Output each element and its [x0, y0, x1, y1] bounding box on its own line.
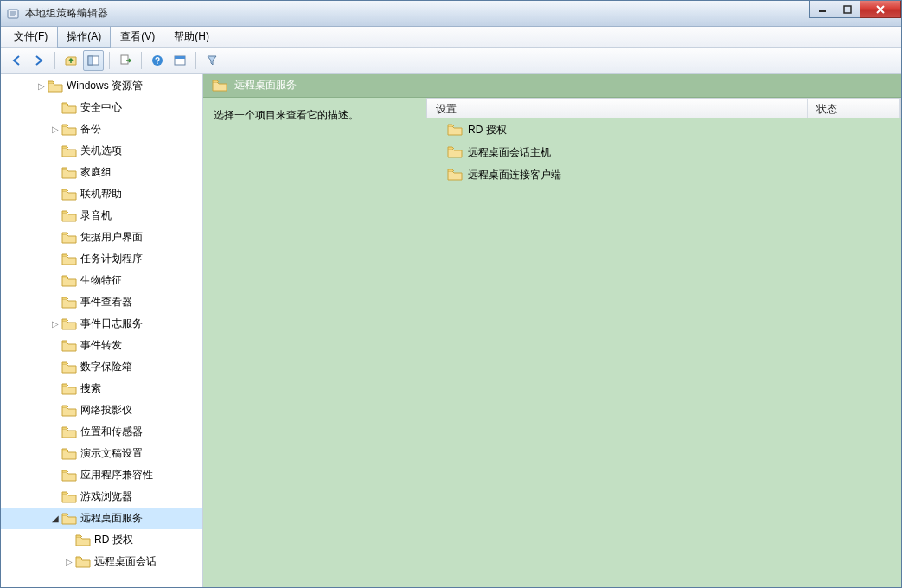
- tree-item[interactable]: 搜索: [1, 378, 202, 399]
- list-header: 设置 状态: [426, 98, 901, 118]
- folder-icon: [61, 317, 77, 331]
- menu-action[interactable]: 操作(A): [57, 26, 111, 48]
- tree-item[interactable]: 事件转发: [1, 335, 202, 356]
- folder-icon: [61, 339, 77, 353]
- close-button[interactable]: [860, 1, 901, 18]
- tree-item-label: RD 授权: [94, 533, 133, 547]
- content-header: 远程桌面服务: [203, 74, 901, 98]
- tree-item[interactable]: 关机选项: [1, 140, 202, 162]
- tree-item-label: 录音机: [80, 208, 112, 223]
- menu-view[interactable]: 查看(V): [111, 26, 164, 48]
- folder-icon: [61, 231, 77, 245]
- content-pane: 远程桌面服务 选择一个项目来查看它的描述。 设置 状态 RD 授权远程桌面会话主…: [203, 74, 901, 587]
- folder-icon: [447, 123, 463, 137]
- folder-icon: [61, 447, 77, 461]
- expander-icon[interactable]: ▷: [35, 81, 48, 91]
- tree-scroll[interactable]: ▷Windows 资源管安全中心▷备份关机选项家庭组联机帮助录音机凭据用户界面任…: [1, 74, 202, 587]
- tree-item-label: 游戏浏览器: [80, 489, 132, 504]
- folder-icon: [61, 512, 77, 526]
- tree-item-label: 安全中心: [80, 100, 122, 115]
- folder-icon: [61, 188, 77, 201]
- column-header-status[interactable]: 状态: [808, 99, 900, 118]
- column-header-settings[interactable]: 设置: [427, 99, 808, 118]
- filter-button[interactable]: [202, 50, 222, 71]
- folder-icon: [61, 404, 77, 418]
- tree-item[interactable]: ◢远程桌面服务: [1, 508, 202, 529]
- tree-item-label: 任务计划程序: [80, 252, 143, 266]
- expander-icon[interactable]: ◢: [49, 514, 61, 523]
- menu-help[interactable]: 帮助(H): [164, 26, 219, 48]
- up-folder-button[interactable]: [61, 50, 81, 71]
- forward-button[interactable]: [29, 50, 49, 71]
- tree-item[interactable]: RD 授权: [1, 529, 202, 551]
- tree-item[interactable]: 事件查看器: [1, 291, 202, 313]
- folder-icon: [61, 382, 77, 396]
- svg-rect-8: [121, 55, 128, 64]
- export-list-button[interactable]: [115, 50, 136, 71]
- folder-icon: [61, 274, 77, 288]
- minimize-button[interactable]: [809, 1, 835, 18]
- expander-icon[interactable]: ▷: [49, 319, 61, 329]
- tree-item-label: 搜索: [80, 381, 101, 396]
- tree-item[interactable]: ▷Windows 资源管: [1, 75, 202, 97]
- tree-item-label: 凭据用户界面: [80, 230, 143, 245]
- tree-item[interactable]: 任务计划程序: [1, 248, 202, 270]
- description-text: 选择一个项目来查看它的描述。: [214, 109, 359, 121]
- expander-icon[interactable]: ▷: [49, 125, 61, 134]
- folder-icon: [61, 469, 77, 483]
- tree-item[interactable]: 联机帮助: [1, 183, 202, 205]
- tree-item[interactable]: 生物特征: [1, 270, 202, 291]
- tree-item[interactable]: 演示文稿设置: [1, 443, 202, 464]
- tree-item-label: 联机帮助: [80, 187, 122, 201]
- tree-item[interactable]: ▷事件日志服务: [1, 313, 202, 335]
- list-item[interactable]: RD 授权: [426, 118, 901, 141]
- tree-item[interactable]: 应用程序兼容性: [1, 464, 202, 486]
- list-item[interactable]: 远程桌面会话主机: [426, 141, 901, 163]
- toolbar-separator: [54, 52, 55, 69]
- tree-item[interactable]: 凭据用户界面: [1, 227, 202, 248]
- titlebar: 本地组策略编辑器: [1, 1, 901, 27]
- tree-item[interactable]: 数字保险箱: [1, 356, 202, 378]
- tree-item[interactable]: ▷远程桌面会话: [1, 551, 202, 572]
- list-rows: RD 授权远程桌面会话主机远程桌面连接客户端: [426, 118, 901, 186]
- expander-icon[interactable]: ▷: [63, 557, 75, 566]
- menu-file[interactable]: 文件(F): [4, 26, 57, 48]
- properties-button[interactable]: [170, 50, 190, 71]
- folder-icon: [61, 296, 77, 310]
- tree-item[interactable]: 家庭组: [1, 162, 202, 183]
- menubar: 文件(F) 操作(A) 查看(V) 帮助(H): [1, 27, 901, 48]
- folder-icon: [61, 123, 77, 137]
- tree-item[interactable]: 游戏浏览器: [1, 486, 202, 508]
- svg-text:?: ?: [155, 56, 160, 66]
- tree-item[interactable]: 安全中心: [1, 97, 202, 118]
- back-button[interactable]: [6, 50, 27, 71]
- tree-item[interactable]: 录音机: [1, 205, 202, 227]
- tree-item-label: 远程桌面服务: [80, 511, 143, 526]
- folder-icon: [61, 425, 77, 439]
- tree-item-label: 数字保险箱: [80, 360, 132, 374]
- folder-icon: [61, 361, 77, 374]
- toolbar-separator: [141, 52, 142, 69]
- toolbar-separator: [109, 52, 110, 69]
- tree-item[interactable]: 网络投影仪: [1, 399, 202, 421]
- folder-icon: [48, 80, 63, 93]
- description-column: 选择一个项目来查看它的描述。: [203, 98, 426, 587]
- window-title: 本地组策略编辑器: [25, 6, 108, 21]
- list-item[interactable]: 远程桌面连接客户端: [426, 163, 901, 186]
- tree-item[interactable]: 位置和传感器: [1, 421, 202, 443]
- tree-item-label: 网络投影仪: [80, 403, 132, 418]
- svg-rect-5: [844, 6, 851, 13]
- tree-pane: ▷Windows 资源管安全中心▷备份关机选项家庭组联机帮助录音机凭据用户界面任…: [1, 74, 203, 587]
- folder-icon: [75, 555, 91, 569]
- folder-icon: [61, 101, 77, 115]
- maximize-button[interactable]: [835, 1, 860, 18]
- toolbar: ?: [1, 48, 901, 74]
- content-title: 远程桌面服务: [234, 78, 297, 93]
- tree-item-label: 事件日志服务: [80, 316, 143, 331]
- list-item-label: 远程桌面连接客户端: [468, 168, 561, 182]
- tree-item-label: 演示文稿设置: [80, 446, 143, 461]
- tree-item[interactable]: ▷备份: [1, 118, 202, 140]
- show-hide-tree-button[interactable]: [83, 50, 104, 71]
- help-button[interactable]: ?: [147, 50, 168, 71]
- tree-item-label: 家庭组: [80, 165, 112, 180]
